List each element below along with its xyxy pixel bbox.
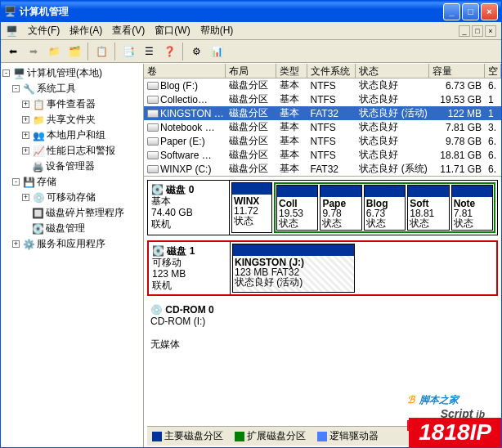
expand-icon[interactable]: + (22, 147, 29, 155)
right-panel: 卷 布局 类型 文件系统 状态 容量 空 Blog (F:)磁盘分区基本NTFS… (144, 64, 501, 447)
mdi-controls: _ □ × (459, 25, 496, 37)
vol-paper[interactable]: Pape9.78状态 (320, 185, 361, 231)
vol-note[interactable]: Note7.81状态 (451, 185, 493, 231)
forward-button[interactable]: ➡ (25, 43, 43, 60)
list-row[interactable]: Paper (E:)磁盘分区基本NTFS状态良好9.78 GB6. (144, 134, 501, 148)
col-volume[interactable]: 卷 (144, 64, 226, 78)
expand-icon[interactable]: + (22, 116, 29, 123)
up-button[interactable]: 📁 (45, 43, 63, 60)
col-status[interactable]: 状态 (356, 64, 429, 78)
drive-icon (147, 165, 159, 173)
list-row[interactable]: KINGSTON …磁盘分区基本FAT32状态良好 (活动)122 MB1 (144, 106, 501, 120)
collapse-icon[interactable]: - (12, 85, 20, 92)
show-hide-tree-button[interactable]: 🗂️ (65, 43, 83, 60)
vol-coll[interactable]: Coll19.53状态 (276, 185, 318, 231)
vol-soft[interactable]: Soft18.81状态 (407, 185, 449, 231)
list-header: 卷 布局 类型 文件系统 状态 容量 空 (144, 64, 501, 78)
extended-partition: Coll19.53状态 Pape9.78状态 Blog6.73状态 Soft18… (274, 182, 495, 233)
separator (114, 43, 115, 60)
drive-icon (147, 137, 159, 146)
disk-icon: 💽 (152, 245, 164, 257)
mdi-restore[interactable]: □ (472, 25, 483, 37)
cdrom-icon: 💿 (150, 304, 163, 316)
back-button[interactable]: ⬅ (4, 43, 22, 60)
list-view-button[interactable]: ☰ (140, 43, 158, 60)
disk-0-info: 💽 磁盘 0 基本 74.40 GB 联机 (148, 181, 230, 235)
drive-icon (147, 82, 159, 90)
vol-winxp[interactable]: WINX11.72状态 (231, 182, 272, 233)
vol-header (232, 183, 271, 195)
mdi-close[interactable]: × (485, 25, 496, 37)
disk-1-info: 💽 磁盘 1 可移动 123 MB 联机 (149, 242, 231, 294)
properties-button[interactable]: 📑 (119, 43, 137, 60)
legend-extended-swatch (235, 432, 244, 441)
tree-device-manager[interactable]: 🖨️设备管理器 (2, 159, 141, 174)
col-free[interactable]: 空 (485, 64, 501, 78)
content-area: -🖥️计算机管理(本地) -🔧系统工具 +📋事件查看器 +📁共享文件夹 +👥本地… (1, 63, 501, 447)
app-icon: 🖥️ (4, 6, 16, 17)
collapse-icon[interactable]: - (2, 69, 10, 77)
disk-0[interactable]: 💽 磁盘 0 基本 74.40 GB 联机 WINX11.72状态 Coll19… (147, 180, 498, 235)
wizard-button[interactable]: 📊 (208, 43, 226, 60)
tree-removable-storage[interactable]: +💿可移动存储 (2, 190, 141, 205)
menu-file[interactable]: 文件(F) (28, 24, 60, 38)
help-button[interactable]: ❓ (160, 43, 178, 60)
separator (182, 43, 183, 60)
volume-list[interactable]: 卷 布局 类型 文件系统 状态 容量 空 Blog (F:)磁盘分区基本NTFS… (144, 64, 501, 177)
maximize-button[interactable]: □ (462, 3, 479, 20)
tree-event-viewer[interactable]: +📋事件查看器 (2, 96, 141, 112)
tree-local-users[interactable]: +👥本地用户和组 (2, 128, 141, 143)
legend-primary-swatch (152, 432, 162, 441)
disk-0-volumes: WINX11.72状态 Coll19.53状态 Pape9.78状态 Blog6… (230, 181, 497, 235)
disk-1[interactable]: 💽 磁盘 1 可移动 123 MB 联机 KINGSTON (J:)123 MB… (147, 240, 498, 296)
badge: 1818IP (409, 418, 501, 447)
list-row[interactable]: WINXP (C:)磁盘分区基本FAT32状态良好 (系统)11.71 GB6. (144, 162, 501, 176)
window-title: 计算机管理 (16, 5, 441, 19)
menu-help[interactable]: 帮助(H) (200, 24, 234, 38)
tree-disk-management[interactable]: 💽磁盘管理 (2, 221, 141, 236)
col-fs[interactable]: 文件系统 (307, 64, 356, 78)
expand-icon[interactable]: + (12, 240, 20, 248)
close-button[interactable]: × (481, 3, 498, 20)
menu-window[interactable]: 窗口(W) (155, 24, 190, 38)
cdrom-info: 💿 CD-ROM 0 CD-ROM (I:) 无媒体 (147, 301, 229, 353)
vol-blog[interactable]: Blog6.73状态 (364, 185, 406, 231)
tree-storage[interactable]: -💾存储 (2, 174, 141, 190)
list-row[interactable]: Blog (F:)磁盘分区基本NTFS状态良好6.73 GB6. (144, 78, 501, 92)
menu-action[interactable]: 操作(A) (69, 24, 102, 38)
tree-performance[interactable]: +📈性能日志和警报 (2, 143, 141, 159)
expand-icon[interactable]: + (22, 101, 29, 108)
settings-button[interactable]: ⚙ (187, 43, 205, 60)
titlebar[interactable]: 🖥️ 计算机管理 _ □ × (1, 1, 501, 22)
toolbar: ⬅ ➡ 📁 🗂️ 📋 📑 ☰ ❓ ⚙ 📊 (1, 40, 501, 63)
menubar: 🖥️ 文件(F) 操作(A) 查看(V) 窗口(W) 帮助(H) _ □ × (1, 22, 501, 40)
tree-panel[interactable]: -🖥️计算机管理(本地) -🔧系统工具 +📋事件查看器 +📁共享文件夹 +👥本地… (1, 64, 144, 447)
col-type[interactable]: 类型 (276, 64, 307, 78)
minimize-button[interactable]: _ (443, 3, 460, 20)
tree-shared-folders[interactable]: +📁共享文件夹 (2, 112, 141, 128)
separator (87, 43, 88, 60)
tree-system-tools[interactable]: -🔧系统工具 (2, 81, 141, 96)
tree-root[interactable]: -🖥️计算机管理(本地) (2, 65, 141, 81)
collapse-icon[interactable]: - (12, 178, 20, 186)
expand-icon[interactable]: + (22, 132, 29, 139)
list-body: Blog (F:)磁盘分区基本NTFS状态良好6.73 GB6.Collecti… (144, 78, 501, 176)
mdi-minimize[interactable]: _ (459, 25, 470, 37)
disk-icon: 💽 (151, 184, 164, 195)
tree-services[interactable]: +⚙️服务和应用程序 (2, 236, 141, 252)
app-icon-small: 🖥️ (6, 25, 18, 37)
list-row[interactable]: Software …磁盘分区基本NTFS状态良好18.81 GB6. (144, 148, 501, 162)
list-row[interactable]: Notebook …磁盘分区基本NTFS状态良好7.81 GB3. (144, 120, 501, 134)
menu-view[interactable]: 查看(V) (112, 24, 145, 38)
cd-rom-0[interactable]: 💿 CD-ROM 0 CD-ROM (I:) 无媒体 (147, 301, 498, 353)
tree-defrag[interactable]: 🔲磁盘碎片整理程序 (2, 205, 141, 221)
drive-icon (147, 96, 159, 104)
disk-map[interactable]: 💽 磁盘 0 基本 74.40 GB 联机 WINX11.72状态 Coll19… (144, 177, 501, 447)
refresh-button[interactable]: 📋 (92, 43, 110, 60)
col-capacity[interactable]: 容量 (429, 64, 485, 78)
vol-kingston[interactable]: KINGSTON (J:)123 MB FAT32状态良好 (活动) (232, 244, 355, 293)
col-layout[interactable]: 布局 (226, 64, 276, 78)
list-row[interactable]: Collectio…磁盘分区基本NTFS状态良好19.53 GB1 (144, 92, 501, 106)
expand-icon[interactable]: + (22, 194, 29, 201)
disk-1-volumes: KINGSTON (J:)123 MB FAT32状态良好 (活动) (231, 242, 496, 294)
